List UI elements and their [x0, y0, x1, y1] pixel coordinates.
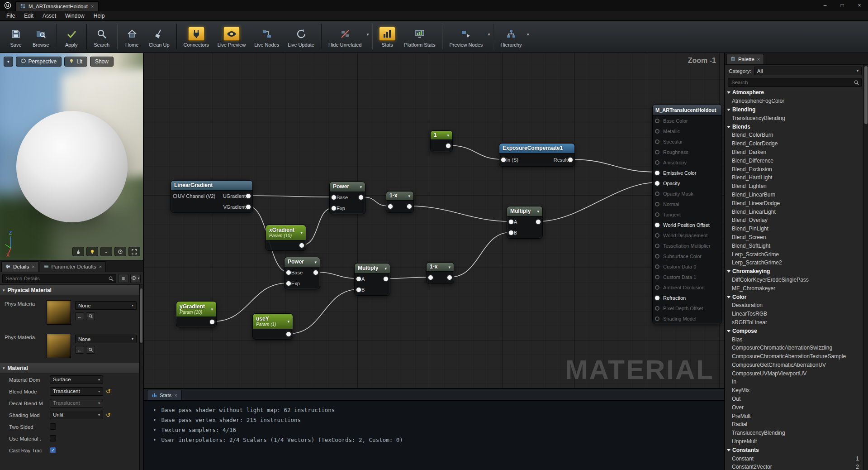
tab-stats[interactable]: Stats × [147, 390, 182, 400]
lightbulb-icon[interactable] [86, 247, 98, 256]
scrollbar-thumb[interactable] [864, 66, 868, 124]
chevron-down-icon[interactable]: ▾ [208, 307, 213, 312]
input-pin[interactable] [655, 317, 659, 321]
output-pin[interactable] [210, 320, 214, 324]
palette-item-blend-lineardodge[interactable]: Blend_LinearDodge [725, 199, 863, 207]
document-tab[interactable]: M_ARTranslucentHoldout × [15, 1, 99, 11]
input-pin[interactable] [655, 150, 659, 154]
chevron-down-icon[interactable]: ▾ [405, 194, 410, 198]
input-pin[interactable] [655, 285, 659, 290]
toolbar-button-home[interactable]: Home [120, 24, 144, 49]
toolbar-button-browse[interactable]: Browse [28, 24, 53, 49]
chevron-down-icon[interactable]: ▾ [488, 32, 490, 37]
chevron-down-icon[interactable]: ▾ [446, 265, 451, 269]
toolbar-button-apply[interactable]: Apply [59, 24, 84, 49]
chevron-down-icon[interactable]: ▾ [527, 32, 529, 37]
palette-item-composureuvmapviewportuv[interactable]: ComposureUVMapViewportUV [725, 369, 863, 378]
lit-mode-button[interactable]: Lit [64, 57, 87, 67]
palette-item-blend-softlight[interactable]: Blend_SoftLight [725, 241, 863, 250]
palette-item-constant2vector[interactable]: Constant2Vector2 [725, 463, 863, 470]
chevron-down-icon[interactable]: ▾ [367, 32, 369, 37]
palette-item-in[interactable]: In [725, 378, 863, 386]
tab-parameter-defaults[interactable]: Parameter Defaults × [40, 261, 106, 272]
toolbar-button-live-preview[interactable]: Live Preview [213, 24, 250, 49]
input-pin[interactable] [655, 139, 659, 144]
node-one-minus-x-2[interactable]: 1-x▾ [426, 262, 454, 284]
checkbox-cast-ray-trac[interactable]: ✓ [50, 447, 56, 453]
palette-item-lerp-scratchgrime[interactable]: Lerp_ScratchGrime [725, 250, 863, 259]
palette-category-blending[interactable]: Blending [725, 106, 863, 114]
reset-to-default-button[interactable]: ↺ [106, 412, 111, 418]
palette-item-mf-chromakeyer[interactable]: MF_Chromakeyer [725, 284, 863, 293]
palette-category-color[interactable]: Color [725, 293, 863, 301]
chevron-down-icon[interactable]: ▾ [312, 260, 317, 264]
palette-item-blend-linearlight[interactable]: Blend_LinearLight [725, 207, 863, 216]
tab-palette[interactable]: Palette × [726, 54, 764, 64]
output-pin[interactable] [246, 205, 251, 209]
input-pin[interactable] [509, 230, 513, 235]
output-pin[interactable] [407, 204, 412, 209]
palette-item-composurechromaticaberrationswizzling[interactable]: ComposureChromaticAberrationSwizzling [725, 344, 863, 352]
phys-material-select[interactable]: None▾ [75, 301, 137, 310]
palette-item-lineartosrgb[interactable]: LinearTosRGB [725, 310, 863, 318]
palette-category-atmosphere[interactable]: Atmosphere [725, 88, 863, 97]
chevron-down-icon[interactable]: ⌄ [100, 247, 112, 256]
palette-category-select[interactable]: All ▾ [754, 67, 862, 75]
output-pin[interactable] [384, 277, 388, 281]
palette-category-constants[interactable]: Constants [725, 446, 863, 454]
input-pin[interactable] [655, 160, 659, 165]
toolbar-button-live-update[interactable]: Live Update [284, 24, 318, 49]
node-y-gradient[interactable]: yGradientParam (10)▾ [176, 301, 217, 327]
close-button[interactable]: × [851, 0, 868, 11]
input-pin[interactable] [655, 119, 659, 123]
palette-item-premult[interactable]: PreMult [725, 412, 863, 420]
input-pin[interactable] [655, 223, 659, 227]
palette-scrollbar[interactable] [863, 65, 868, 470]
input-pin[interactable] [655, 233, 659, 238]
palette-item-out[interactable]: Out [725, 395, 863, 403]
toolbar-button-preview-nodes[interactable]: Preview Nodes▾ [445, 24, 490, 49]
fullscreen-icon[interactable] [128, 247, 140, 256]
node-power-1[interactable]: Power▾BaseExp [329, 182, 365, 214]
chevron-down-icon[interactable]: ▾ [534, 209, 539, 214]
navigation-icon[interactable] [72, 247, 84, 256]
section-physical-material[interactable]: ▾ Physical Material [0, 285, 143, 296]
node-multiply-2[interactable]: Multiply▾AB [354, 263, 390, 296]
use-selected-button[interactable]: ← [75, 312, 84, 320]
menu-help[interactable]: Help [89, 11, 109, 21]
palette-item-blend-pinlight[interactable]: Blend_PinLight [725, 225, 863, 233]
palette-item-diffcolorkeyererodesinglepass[interactable]: DiffColorKeyerErodeSinglePass [725, 276, 863, 284]
palette-item-lerp-scratchgrime2[interactable]: Lerp_ScratchGrime2 [725, 259, 863, 267]
toolbar-button-search[interactable]: Search [90, 24, 114, 49]
output-pin[interactable] [246, 194, 251, 198]
perspective-button[interactable]: Perspective [16, 57, 62, 67]
toolbar-button-platform-stats[interactable]: Platform Stats [400, 24, 439, 49]
close-icon[interactable]: × [757, 57, 760, 62]
palette-item-over[interactable]: Over [725, 403, 863, 412]
viewport-options-button[interactable]: ▾ [4, 57, 13, 67]
palette-item-blend-colorburn[interactable]: Blend_ColorBurn [725, 131, 863, 139]
output-pin[interactable] [446, 144, 451, 148]
input-pin[interactable] [655, 244, 659, 248]
input-pin[interactable] [286, 270, 291, 275]
node-use-y[interactable]: useYParam (1)▾ [252, 313, 293, 340]
input-pin[interactable] [655, 181, 659, 186]
menu-window[interactable]: Window [61, 11, 89, 21]
palette-item-srgbtolinear[interactable]: sRGBToLinear [725, 318, 863, 327]
toolbar-button-save[interactable]: Save [4, 24, 28, 49]
close-icon[interactable]: × [91, 4, 94, 9]
turntable-icon[interactable] [114, 247, 126, 256]
palette-search-input[interactable] [728, 78, 862, 87]
preview-viewport[interactable]: ▾ Perspective Lit Show [0, 53, 143, 260]
combo-blend-mode[interactable]: Translucent▾ [50, 387, 103, 396]
input-pin[interactable] [332, 206, 336, 211]
input-pin[interactable] [356, 288, 361, 292]
combo-material-dom[interactable]: Surface▾ [50, 375, 103, 384]
palette-item-keymix[interactable]: KeyMix [725, 386, 863, 395]
palette-item-constant[interactable]: Constant1 [725, 454, 863, 463]
toolbar-button-clean-up[interactable]: Clean Up [145, 24, 174, 49]
checkbox-use-material[interactable] [50, 435, 56, 441]
minimize-button[interactable]: – [816, 0, 834, 11]
menu-asset[interactable]: Asset [38, 11, 61, 21]
palette-category-blends[interactable]: Blends [725, 122, 863, 131]
